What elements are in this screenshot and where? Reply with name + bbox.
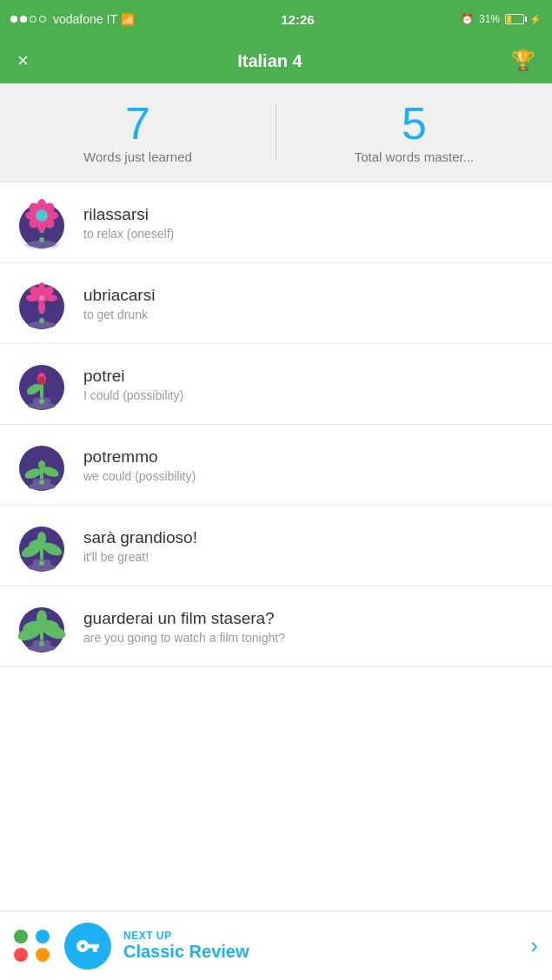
battery-percent: 31% [479, 13, 500, 25]
word-italian-2: ubriacarsi [83, 286, 538, 305]
word-item-5: sarà grandioso! it'll be great! [0, 506, 552, 586]
word-text-6: guarderai un film stasera? are you going… [83, 609, 538, 645]
wifi-icon: 📶 [121, 13, 135, 26]
word-text-3: potrei I could (possibility) [83, 367, 538, 402]
word-avatar-2 [14, 275, 70, 331]
status-time: 12:26 [281, 12, 314, 27]
word-avatar-6 [14, 599, 70, 654]
dot-2 [20, 16, 27, 23]
word-avatar-5 [14, 518, 70, 573]
svg-point-61 [37, 610, 47, 626]
word-item-6: guarderai un film stasera? are you going… [0, 586, 552, 667]
word-text-2: ubriacarsi to get drunk [83, 286, 538, 321]
word-english-6: are you going to watch a film tonight? [83, 631, 538, 645]
avatar-svg-5 [14, 518, 70, 573]
svg-point-51 [37, 532, 46, 546]
battery-box [505, 14, 524, 24]
svg-point-34 [38, 376, 45, 385]
close-button[interactable]: × [17, 50, 29, 72]
words-learned-label: Words just learned [83, 149, 192, 164]
status-bar: vodafone IT 📶 12:26 ⏰ 31% ⚡ [0, 0, 552, 38]
dot-4 [39, 16, 46, 23]
word-item: rilassarsi to relax (oneself) [0, 182, 552, 263]
total-mastered-stat: 5 Total words master... [276, 101, 552, 164]
total-mastered-label: Total words master... [355, 149, 475, 164]
word-italian-6: guarderai un film stasera? [83, 609, 538, 628]
word-list: rilassarsi to relax (oneself) [0, 182, 552, 741]
svg-point-35 [39, 399, 44, 404]
avatar-svg-3 [14, 356, 70, 412]
svg-point-62 [39, 641, 44, 646]
avatar-svg-4 [14, 437, 70, 493]
word-avatar-4 [14, 437, 70, 493]
total-mastered-number: 5 [402, 101, 427, 146]
stats-section: 7 Words just learned 5 Total words maste… [0, 83, 552, 182]
avatar-svg-1 [14, 195, 70, 250]
svg-point-26 [39, 295, 44, 301]
battery-fill [507, 16, 511, 23]
svg-point-43 [39, 480, 44, 485]
word-english-3: I could (possibility) [83, 388, 538, 402]
word-text-5: sarà grandioso! it'll be great! [83, 528, 538, 564]
word-italian-4: potremmo [83, 447, 538, 467]
word-item-4: potremmo we could (possibility) [0, 425, 552, 506]
status-right: ⏰ 31% ⚡ [461, 13, 542, 25]
word-italian-5: sarà grandioso! [83, 528, 538, 547]
svg-point-52 [39, 560, 44, 566]
dot-1 [10, 16, 17, 23]
carrier-label: vodafone IT [53, 12, 117, 26]
nav-bar: × Italian 4 🏆 [0, 38, 552, 83]
svg-point-42 [38, 460, 45, 469]
avatar-svg-2 [14, 275, 70, 331]
words-learned-number: 7 [125, 101, 150, 146]
word-avatar-3 [14, 356, 70, 412]
charging-icon: ⚡ [529, 14, 542, 25]
word-english-4: we could (possibility) [83, 469, 538, 483]
battery-indicator [505, 14, 524, 24]
svg-point-27 [39, 318, 44, 323]
word-italian-3: potrei [83, 367, 538, 386]
trophy-icon[interactable]: 🏆 [511, 50, 535, 72]
svg-point-13 [36, 209, 48, 222]
status-left: vodafone IT 📶 [10, 12, 135, 26]
word-avatar-1 [14, 195, 70, 250]
word-item-3: potrei I could (possibility) [0, 344, 552, 425]
dot-3 [30, 16, 37, 23]
words-learned-stat: 7 Words just learned [0, 101, 276, 164]
word-text-1: rilassarsi to relax (oneself) [83, 205, 538, 241]
word-english-1: to relax (oneself) [83, 227, 538, 241]
nav-title: Italian 4 [237, 51, 302, 71]
alarm-icon: ⏰ [461, 13, 474, 25]
word-english-5: it'll be great! [83, 550, 538, 564]
signal-dots [10, 16, 46, 23]
svg-point-20 [38, 301, 45, 314]
word-english-2: to get drunk [83, 308, 538, 321]
word-item-2: ubriacarsi to get drunk [0, 263, 552, 344]
avatar-svg-6 [14, 599, 70, 654]
svg-point-14 [39, 237, 44, 242]
word-text-4: potremmo we could (possibility) [83, 447, 538, 483]
word-italian-1: rilassarsi [83, 205, 538, 224]
